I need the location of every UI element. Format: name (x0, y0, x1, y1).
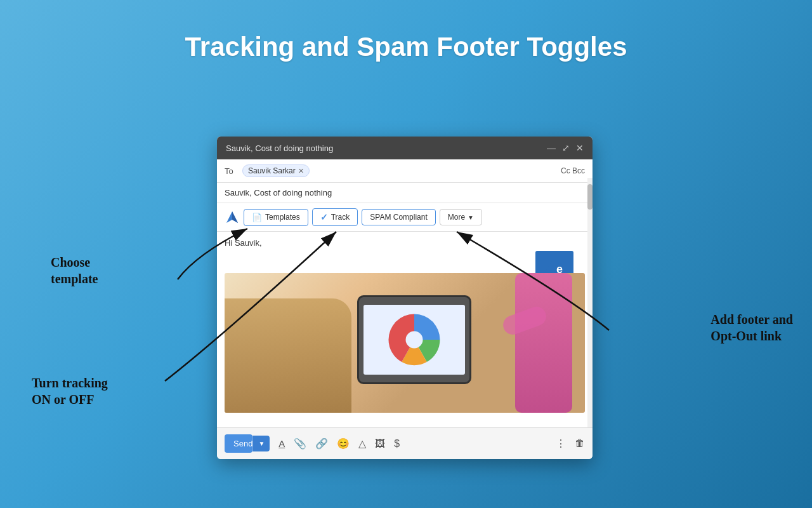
compose-window: Sauvik, Cost of doing nothing — ⤢ ✕ To S… (217, 137, 593, 459)
remove-recipient-icon[interactable]: ✕ (298, 167, 304, 175)
template-icon: 📄 (252, 213, 262, 222)
tablet-device (357, 295, 471, 384)
title-bar: Sauvik, Cost of doing nothing — ⤢ ✕ (217, 137, 593, 159)
maximize-button[interactable]: ⤢ (562, 143, 570, 153)
yesware-logo (225, 210, 240, 225)
templates-label: Templates (265, 213, 300, 222)
subject-row: Sauvik, Cost of doing nothing (217, 183, 593, 203)
spam-compliant-button[interactable]: SPAM Compliant (362, 209, 435, 225)
email-body: Hi Sauvik, e (217, 232, 593, 422)
page-title: Tracking and Spam Footer Toggles (0, 0, 812, 81)
dollar-icon[interactable]: $ (394, 438, 400, 450)
add-footer-annotation: Add footer and Opt-Out link (710, 311, 793, 344)
pie-chart (386, 311, 443, 368)
window-title: Sauvik, Cost of doing nothing (226, 144, 333, 153)
scrollbar-track[interactable] (587, 178, 593, 427)
attachment-icon[interactable]: 📎 (294, 438, 306, 450)
recipient-chip[interactable]: Sauvik Sarkar ✕ (242, 164, 310, 177)
link-icon[interactable]: 🔗 (315, 438, 328, 450)
send-button-group: Send ▼ (225, 434, 270, 453)
send-button[interactable]: Send (225, 434, 252, 453)
subject-text: Sauvik, Cost of doing nothing (225, 188, 332, 197)
scrollbar-thumb[interactable] (587, 184, 593, 210)
choose-template-annotation: Choose template (51, 254, 98, 287)
spam-label: SPAM Compliant (370, 213, 427, 222)
emoji-icon[interactable]: 😊 (337, 438, 350, 450)
recipient-name: Sauvik Sarkar (248, 166, 296, 175)
compose-toolbar: 📄 Templates ✓ Track SPAM Compliant More … (217, 203, 593, 232)
send-label: Send (233, 439, 252, 448)
bottom-toolbar: Send ▼ A 📎 🔗 😊 △ 🖼 $ ⋮ 🗑 (217, 427, 593, 459)
tablet-screen (363, 305, 465, 375)
email-greeting: Hi Sauvik, (225, 238, 585, 248)
minimize-button[interactable]: — (547, 143, 556, 153)
svg-point-4 (406, 331, 423, 349)
delete-icon[interactable]: 🗑 (575, 438, 585, 450)
to-label: To (225, 166, 237, 176)
turn-tracking-annotation: Turn tracking ON or OFF (32, 375, 108, 408)
bottom-right-icons: ⋮ 🗑 (556, 438, 585, 450)
drive-icon[interactable]: △ (358, 438, 366, 450)
more-chevron-icon: ▼ (468, 214, 474, 221)
more-label: More (448, 213, 465, 222)
checkmark-icon: ✓ (320, 212, 328, 222)
more-button[interactable]: More ▼ (440, 209, 482, 225)
send-dropdown-button[interactable]: ▼ (252, 436, 270, 451)
email-image (225, 273, 585, 413)
track-label: Track (331, 213, 350, 222)
to-row: To Sauvik Sarkar ✕ Cc Bcc (217, 159, 593, 183)
svg-marker-1 (232, 211, 238, 223)
close-button[interactable]: ✕ (576, 143, 584, 153)
templates-button[interactable]: 📄 Templates (244, 209, 308, 226)
more-options-icon[interactable]: ⋮ (556, 438, 566, 450)
window-controls: — ⤢ ✕ (547, 143, 584, 153)
image-icon[interactable]: 🖼 (375, 438, 385, 450)
format-text-icon[interactable]: A (278, 438, 285, 449)
cc-bcc-button[interactable]: Cc Bcc (561, 166, 585, 175)
track-button[interactable]: ✓ Track (312, 208, 358, 226)
